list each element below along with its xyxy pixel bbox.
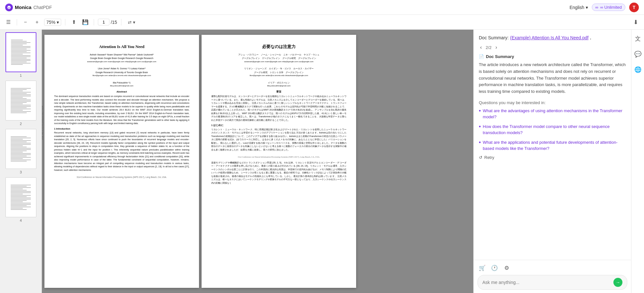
unlimited-label: ∞ Unlimited [600, 5, 622, 10]
question-text-1: What are the advantages of using attenti… [483, 108, 626, 120]
translate-chevron-icon: ▾ [133, 20, 135, 25]
retry-icon: ↺ [479, 155, 482, 160]
thumbnail-number-1: 1 [20, 73, 22, 77]
extra-side-button[interactable]: 🌐 [633, 64, 643, 75]
sidebar-toggle-button[interactable]: ☰ [4, 18, 13, 27]
arxiv-stamp: arXiv:1706.03762v5 [cs.CL] 6 Dec 2017 [42, 106, 44, 140]
pdf-footer-right: 31st Conference on Neural Information Pr… [211, 155, 346, 158]
next-page-button[interactable]: › [494, 44, 498, 50]
pdf-footer-left: 31st Conference on Neural Information Pr… [54, 176, 189, 179]
infinity-icon: ∞ [595, 5, 598, 10]
toolbar: ☰ − + 75% ▾ ⬆ 💾 /15 ⇄ ▾ ⬇ [0, 15, 644, 30]
topbar-right: English ▾ ∞ ∞ Unlimited T [570, 3, 639, 12]
pagination: ‹ 2/2 › [479, 44, 626, 50]
thumbnail-1[interactable]: 1 [3, 32, 39, 77]
language-selector[interactable]: English ▾ [570, 5, 588, 10]
pdf-page-left: arXiv:1706.03762v5 [cs.CL] 6 Dec 2017 At… [44, 35, 199, 288]
toolbar-right: ⬇ [631, 18, 640, 27]
translate-side-button[interactable]: 文 [633, 34, 643, 44]
chat-send-button[interactable]: → [613, 278, 622, 287]
zoom-display[interactable]: 75% ▾ [44, 19, 61, 26]
thumbnail-number-2: 2 [20, 122, 22, 126]
thumbnail-4[interactable]: 4 [3, 177, 39, 222]
toolbar-separator-3 [94, 19, 94, 25]
save-button[interactable]: 💾 [81, 18, 90, 27]
thumbnail-sidebar: 1 [0, 30, 42, 293]
pdf-title-left: Attention Is All You Need [54, 44, 189, 50]
translate-icon: ⇄ [128, 20, 132, 25]
thumbnail-number-4: 4 [20, 219, 22, 222]
right-panel: Doc Summary: (Example) Attention Is All … [473, 30, 631, 293]
chat-attachment-button[interactable]: 🛒 [478, 263, 487, 272]
page-navigation: /15 [98, 19, 117, 25]
doc-summary-section: 📄 Doc Summary [479, 54, 626, 59]
thumb-lines-4 [9, 183, 33, 212]
chat-input[interactable] [482, 280, 611, 285]
pdf-authors-right: アシュ・バスワニー ノーム・シャジール ニキ・パルマール ヤコブ・ウシュ グーグ… [211, 53, 346, 87]
right-panel-content: Doc Summary: (Example) Attention Is All … [474, 30, 631, 260]
continuation-text-right: 直接モデリングや機械翻訳などのトランスダクション問題 [35, 2, 5]。それ… [211, 161, 346, 185]
question-bullet-3: • [479, 140, 481, 145]
toolbar-separator-1 [17, 19, 17, 25]
thumbnail-image-2 [5, 81, 36, 121]
app-logo-icon: M [5, 4, 13, 11]
download-button[interactable]: ⬇ [631, 18, 640, 27]
abstract-text-left: The dominant sequence transduction model… [54, 95, 189, 125]
zoom-in-button[interactable]: + [33, 18, 42, 27]
thumbnail-image-1 [5, 32, 36, 72]
doc-summary-period: . [590, 35, 591, 40]
summary-text: The article introduces a new network arc… [479, 62, 626, 95]
pdf-title-right: 必要なのは注意力 [211, 44, 346, 50]
toolbar-separator-4 [121, 19, 121, 25]
chevron-down-icon: ▾ [586, 5, 588, 10]
abstract-title-right: 要旨 [211, 90, 346, 93]
question-item-3[interactable]: • What are the applications and potentia… [479, 139, 626, 152]
unlimited-badge[interactable]: ∞ ∞ Unlimited [592, 4, 625, 11]
chat-settings-button[interactable]: ⚙ [502, 263, 511, 272]
thumb-lines-1 [9, 38, 33, 67]
zoom-out-button[interactable]: − [21, 18, 30, 27]
pdf-authors-left: Ashish Vaswani* Noam Shazeer* Niki Parma… [54, 53, 189, 87]
pdf-pages-container: arXiv:1706.03762v5 [cs.CL] 6 Dec 2017 At… [42, 30, 359, 293]
doc-summary-label: Doc Summary: [479, 35, 509, 40]
zoom-chevron-icon: ▾ [57, 20, 59, 25]
thumbnail-image-4 [5, 177, 36, 217]
chat-tools: 🛒 🕐 ⚙ [478, 263, 627, 272]
question-item-2[interactable]: • How does the Transformer model compare… [479, 123, 626, 136]
avatar[interactable]: T [629, 3, 639, 12]
retry-button[interactable]: ↺ Retry [479, 155, 626, 160]
pdf-page-right: 必要なのは注意力 アシュ・バスワニー ノーム・シャジール ニキ・パルマール ヤコ… [202, 35, 356, 288]
intro-text-right: リカレント・ニューラル・ネットワーク、特に長期記憶記憶 [13] およびゲートさ… [211, 128, 346, 152]
main-layout: 1 [0, 30, 644, 293]
upload-button[interactable]: ⬆ [69, 18, 78, 27]
thumbnail-image-3 [5, 129, 36, 169]
thumbnail-2[interactable]: 2 [3, 81, 39, 126]
zoom-value: 75% [46, 20, 55, 25]
page-total: /15 [111, 20, 117, 25]
app-name: Monica [15, 5, 32, 10]
intro-text-left: Recurrent neural networks, long short-te… [54, 131, 189, 172]
pdf-viewer: arXiv:1706.03762v5 [cs.CL] 6 Dec 2017 At… [42, 30, 473, 293]
chat-history-button[interactable]: 🕐 [490, 263, 499, 272]
prev-page-button[interactable]: ‹ [479, 44, 483, 50]
language-label: English [570, 5, 584, 10]
thumbnail-number-3: 3 [20, 170, 22, 174]
chat-area: 🛒 🕐 ⚙ → [474, 260, 631, 293]
abstract-text-right: 優勢な配列伝達モデルは、エンコーダーとデコーダーを送る複雑なリカレントニューラル… [211, 95, 346, 122]
chat-side-button[interactable]: 💬 [633, 49, 643, 59]
toolbar-separator-2 [65, 19, 65, 25]
pagination-display: 2/2 [486, 45, 491, 50]
thumbnail-3[interactable]: 3 [3, 129, 39, 174]
translate-button[interactable]: ⇄ ▾ [125, 18, 138, 26]
questions-label: Questions you may be interested in: [479, 100, 626, 105]
page-number-input[interactable] [98, 19, 109, 25]
question-bullet-1: • [479, 108, 481, 114]
question-item-1[interactable]: • What are the advantages of using atten… [479, 108, 626, 120]
thumb-lines-3 [9, 134, 33, 163]
retry-label: Retry [484, 155, 494, 160]
app-logo: M Monica ChatPDF [5, 4, 52, 11]
question-text-2: How does the Transformer model compare t… [483, 123, 626, 136]
topbar: M Monica ChatPDF English ▾ ∞ ∞ Unlimited… [0, 0, 644, 15]
doc-summary-link[interactable]: (Example) Attention Is All You Need.pdf [510, 35, 589, 40]
thumb-lines-2 [9, 86, 33, 115]
